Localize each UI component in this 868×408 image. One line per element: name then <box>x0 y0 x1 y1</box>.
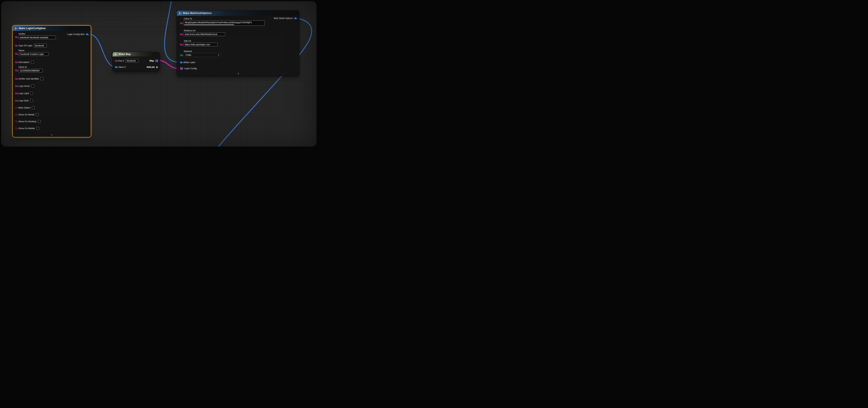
key-0-input[interactable]: facebook <box>125 59 138 63</box>
node-header-make-web3authoptions[interactable]: Make Web3AuthOptions <box>177 10 299 16</box>
value-0-pin[interactable] <box>115 66 117 68</box>
description-pin[interactable] <box>15 61 17 63</box>
sdk-url-pin[interactable] <box>180 44 182 45</box>
redirect-url-label: Redirect Url <box>184 29 298 32</box>
client-id-input[interactable]: 1222658941886084 <box>19 69 43 72</box>
node-make-web3authoptions[interactable]: Make Web3AuthOptions Web 3Auth Options C… <box>177 10 299 76</box>
verifier-pin[interactable] <box>15 36 17 38</box>
add-pin-plus-icon: ⊕ <box>156 66 158 68</box>
name-pin[interactable] <box>15 53 17 55</box>
name-label: Name <box>19 49 49 52</box>
show-on-modal-checkbox[interactable] <box>36 113 38 116</box>
show-on-desktop-checkbox[interactable] <box>38 120 41 123</box>
wire-login-config-item-to-value-0[interactable] <box>89 34 116 67</box>
redirect-url-input[interactable]: w3a://com.w3a.Web3AuthUnreal <box>184 32 225 36</box>
logo-hover-input[interactable] <box>31 84 34 88</box>
main-option-pin[interactable] <box>15 107 17 109</box>
sdk-url-label: Sdk Url <box>184 40 298 42</box>
output-pin-label: Login Config Item <box>67 33 85 35</box>
key-0-label: Key 0 <box>118 60 124 62</box>
show-on-desktop-pin[interactable] <box>15 121 17 123</box>
description-input[interactable] <box>31 61 34 64</box>
main-option-checkbox[interactable] <box>32 106 35 109</box>
map-output-label: Map <box>150 60 154 62</box>
verifier-sub-identifier-pin[interactable] <box>15 78 17 80</box>
logo-dark-input[interactable] <box>30 99 33 102</box>
type-of-login-pin[interactable] <box>15 45 17 46</box>
logo-hover-pin[interactable] <box>15 85 17 87</box>
login-config-label: Login Config <box>184 67 197 70</box>
collapse-node-button[interactable]: ∧ <box>14 133 89 136</box>
value-0-label: Value 0 <box>118 66 126 68</box>
node-make-map[interactable]: Make Map Key 0 facebook Map Value 0 <box>113 52 160 71</box>
client-id-scrollbar[interactable] <box>184 24 234 25</box>
collapse-node-button[interactable]: ∧ <box>179 72 298 75</box>
client-id-label: Client Id <box>19 66 43 68</box>
node-header-make-loginconfigitem[interactable]: Make LoginConfigItem <box>13 26 91 31</box>
logo-light-input[interactable] <box>30 92 33 95</box>
main-option-label: Main Option <box>19 106 30 109</box>
network-pin[interactable] <box>180 54 182 56</box>
white-label-label: White Label <box>183 61 195 64</box>
client-id-pin[interactable] <box>15 69 17 71</box>
network-label: Network <box>184 50 298 53</box>
type-of-login-input[interactable]: facebook <box>34 44 47 47</box>
sdk-url-input[interactable]: https://sdk.openlogin.com <box>184 43 218 46</box>
key-0-pin[interactable] <box>115 60 117 62</box>
graph-canvas[interactable]: Make LoginConfigItem Login Config Item V… <box>1 1 316 146</box>
name-input[interactable]: Facebook Custom Login <box>19 52 49 56</box>
add-pin-label: Add pin <box>147 66 155 68</box>
map-output-pin[interactable] <box>155 60 158 62</box>
add-pin-button[interactable]: Add pin ⊕ <box>147 66 158 68</box>
chevron-down-icon: ▾ <box>218 54 219 56</box>
output-web3auth-options: Web 3Auth Options <box>274 17 296 20</box>
node-title: Make Map <box>119 53 131 56</box>
show-on-mobile-pin[interactable] <box>15 128 17 129</box>
client-id-input[interactable]: BEglQSgt4cUWcj6SKRdu5QkOXTsePmMcusG5EAoy… <box>184 21 265 26</box>
logo-light-pin[interactable] <box>15 93 17 94</box>
graph-world: Make LoginConfigItem Login Config Item V… <box>1 1 316 146</box>
blueprint-editor-window: Make LoginConfigItem Login Config Item V… <box>0 0 318 149</box>
verifier-sub-identifier-label: Verifier Sub Identifier <box>19 77 39 80</box>
make-struct-icon <box>179 12 182 14</box>
network-selected-value: CYAN <box>186 54 191 56</box>
collapse-chevron-icon: ∧ <box>238 72 239 74</box>
show-on-desktop-label: Show On Desktop <box>19 120 36 123</box>
client-id-pin[interactable] <box>180 22 182 24</box>
description-label: Description <box>19 61 30 63</box>
output-pin-label: Web 3Auth Options <box>274 17 293 20</box>
type-of-login-label: Type Of Login <box>19 44 32 47</box>
node-make-loginconfigitem[interactable]: Make LoginConfigItem Login Config Item V… <box>13 26 91 137</box>
redirect-url-pin[interactable] <box>180 33 182 35</box>
show-on-modal-pin[interactable] <box>15 114 17 115</box>
output-login-config-item: Login Config Item <box>67 33 88 35</box>
verifier-sub-identifier-input[interactable] <box>40 77 43 80</box>
verifier-input[interactable]: web3auth-facebook-example <box>19 36 56 39</box>
logo-light-label: Logo Light <box>19 92 29 95</box>
make-struct-icon <box>15 27 18 30</box>
node-title: Make LoginConfigItem <box>19 27 46 30</box>
make-map-icon <box>115 53 117 56</box>
show-on-mobile-checkbox[interactable] <box>36 127 39 130</box>
web3auth-options-output-pin[interactable] <box>294 18 296 19</box>
node-header-make-map[interactable]: Make Map <box>113 52 160 57</box>
login-config-item-output-pin[interactable] <box>86 33 88 35</box>
logo-hover-label: Logo Hover <box>19 85 30 87</box>
logo-dark-label: Logo Dark <box>19 99 29 102</box>
node-title: Make Web3AuthOptions <box>183 12 212 14</box>
logo-dark-pin[interactable] <box>15 100 17 102</box>
client-id-value: BEglQSgt4cUWcj6SKRdu5QkOXTsePmMcusG5EAoy… <box>185 21 252 24</box>
network-dropdown[interactable]: CYAN ▾ <box>184 53 221 57</box>
login-config-pin[interactable] <box>180 67 183 70</box>
white-label-pin[interactable] <box>180 62 182 63</box>
show-on-modal-label: Show On Modal <box>19 113 34 116</box>
show-on-mobile-label: Show On Mobile <box>19 127 35 130</box>
verifier-label: Verifier <box>19 33 56 35</box>
collapse-chevron-icon: ∧ <box>51 134 53 136</box>
